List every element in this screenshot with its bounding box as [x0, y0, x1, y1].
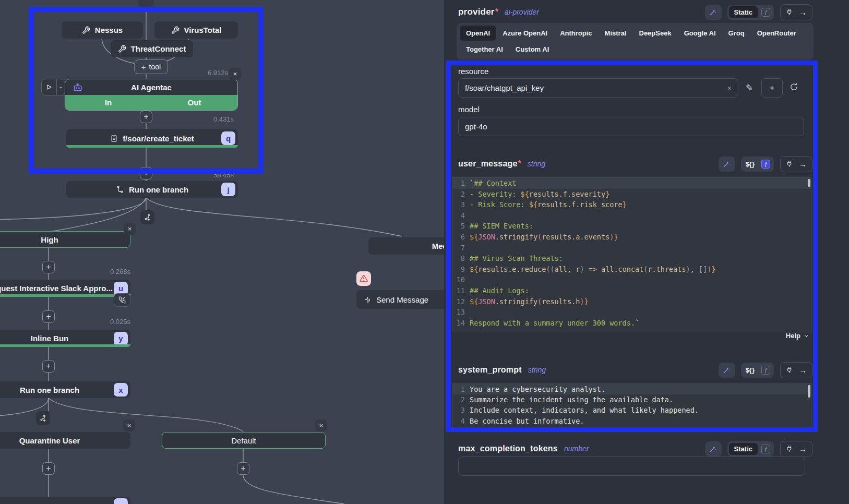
code-line[interactable]: 2- Severity: ${results.f.severity} — [452, 189, 811, 200]
template-expr-label[interactable]: ${} — [743, 366, 758, 374]
code-line[interactable]: 5## SIEM Events: — [452, 221, 811, 232]
clear-icon[interactable]: × — [727, 84, 732, 92]
code-token: ${ — [470, 296, 478, 307]
ai-assist-button[interactable] — [719, 157, 735, 172]
provider-tab-openrouter[interactable]: OpenRouter — [751, 26, 803, 41]
fn-icon[interactable]: f — [761, 8, 770, 17]
insert-step-button[interactable]: + — [42, 360, 55, 373]
line-number: 2 — [452, 189, 465, 200]
add-resource-button[interactable]: + — [761, 78, 783, 98]
connect-input-group[interactable]: → — [780, 156, 812, 172]
refresh-icon[interactable] — [790, 82, 798, 93]
node-bottom-partial[interactable] — [0, 497, 130, 504]
provider-tab-google-ai[interactable]: Google AI — [678, 26, 722, 41]
ai-assist-button[interactable] — [705, 441, 722, 457]
code-line[interactable]: 1You are a cybersecurity analyst. — [452, 384, 811, 394]
insert-step-button[interactable]: + — [42, 261, 55, 273]
node-branch-medium[interactable]: Medium — [368, 237, 444, 255]
node-run-one-branch-1[interactable]: Run one branch j — [66, 181, 238, 198]
template-expr-label[interactable]: ${} — [743, 160, 758, 168]
node-threatconnect[interactable]: ThreatConnect — [111, 40, 193, 57]
play-icon[interactable] — [42, 79, 57, 95]
code-line[interactable]: 13 — [452, 307, 811, 318]
provider-tab-deepseek[interactable]: DeepSeek — [633, 26, 678, 41]
insert-step-button[interactable]: + — [140, 111, 152, 123]
code-line[interactable]: 2Summarize the incident using the availa… — [452, 394, 811, 405]
code-line[interactable]: 12${JSON.stringify(results.h)} — [452, 296, 811, 307]
code-line[interactable]: 4 — [452, 210, 811, 221]
provider-tab-openai[interactable]: OpenAI — [460, 26, 496, 41]
insert-step-button[interactable]: + — [42, 462, 55, 475]
code-line[interactable]: 7 — [452, 243, 811, 254]
insert-step-button[interactable]: + — [140, 167, 152, 179]
resource-input[interactable]: f/soar/chatgpt_api_key × — [458, 78, 738, 98]
static-label[interactable]: Static — [729, 443, 758, 455]
fn-icon[interactable]: f — [761, 445, 770, 453]
close-icon[interactable]: × — [315, 419, 327, 431]
close-icon[interactable]: × — [229, 68, 241, 80]
flow-canvas[interactable]: Nessus VirusTotal ThreatConnect + tool 6… — [0, 0, 444, 504]
run-node-button[interactable] — [41, 79, 65, 95]
help-dropdown[interactable]: Help — [786, 332, 809, 340]
provider-tab-together-ai[interactable]: Together AI — [460, 42, 509, 57]
node-slack-approval[interactable]: Request Interactive Slack Appro... u — [0, 280, 130, 297]
add-branch-button[interactable] — [140, 210, 154, 224]
close-icon[interactable]: × — [124, 223, 136, 235]
editor-scrollbar[interactable] — [808, 385, 810, 398]
code-line[interactable]: 1`## Context — [452, 178, 811, 189]
provider-tab-groq[interactable]: Groq — [722, 26, 751, 41]
system-prompt-code-editor[interactable]: 1You are a cybersecurity analyst.2Summar… — [452, 383, 811, 427]
provider-tab-custom-ai[interactable]: Custom AI — [509, 42, 556, 57]
node-create-ticket[interactable]: f/soar/create_ticket q — [66, 129, 238, 148]
chevron-down-icon[interactable] — [57, 79, 65, 95]
connect-input-group[interactable]: → — [780, 441, 812, 457]
add-branch-button[interactable] — [36, 411, 50, 425]
fn-icon[interactable]: f — [761, 366, 770, 375]
expr-mode-toggle[interactable]: ${} f — [741, 363, 774, 378]
node-send-message[interactable]: Send Message — [356, 290, 444, 309]
close-icon[interactable]: × — [123, 419, 135, 431]
code-line[interactable]: 6${JSON.stringify(results.a.events)} — [452, 232, 811, 243]
code-line[interactable]: 14Respond with a summary under 300 words… — [452, 318, 811, 329]
code-line[interactable]: 3- Risk Score: ${results.f.risk_score} — [452, 199, 811, 210]
provider-tab-anthropic[interactable]: Anthropic — [554, 26, 598, 41]
insert-step-button[interactable]: + — [42, 310, 55, 323]
code-line[interactable]: 8## Virus Scan Threats: — [452, 253, 811, 264]
provider-tab-mistral[interactable]: Mistral — [599, 26, 633, 41]
static-label[interactable]: Static — [729, 6, 758, 18]
node-virustotal[interactable]: VirusTotal — [154, 21, 238, 39]
node-branch-default[interactable]: Default — [162, 432, 326, 449]
connect-input-group[interactable]: → — [780, 362, 812, 378]
connect-input-group[interactable]: → — [780, 4, 812, 20]
static-mode-toggle[interactable]: Static f — [727, 441, 774, 457]
node-quarantine-user[interactable]: Quarantine User — [0, 432, 130, 449]
code-line[interactable]: 9${results.e.reduce((all, r) => all.conc… — [452, 264, 811, 275]
code-line[interactable]: 11## Audit Logs: — [452, 285, 811, 296]
editor-scrollbar[interactable] — [808, 179, 810, 187]
model-input[interactable]: gpt-4o — [458, 117, 804, 136]
node-nessus[interactable]: Nessus — [62, 21, 143, 39]
pencil-icon[interactable]: ✎ — [746, 82, 753, 93]
agent-out-tab[interactable]: Out — [151, 95, 237, 110]
insert-step-button[interactable]: + — [237, 462, 249, 475]
node-run-one-branch-2[interactable]: Run one branch x — [0, 381, 130, 398]
max-tokens-input[interactable] — [458, 457, 805, 476]
static-mode-toggle[interactable]: Static f — [727, 5, 774, 20]
expr-mode-toggle[interactable]: ${} f — [741, 157, 774, 172]
node-ai-agent[interactable]: AI Agent ac In Out — [65, 79, 238, 111]
code-token: ## Audit Logs: — [470, 285, 529, 296]
node-branch-high[interactable]: High — [0, 231, 130, 248]
ai-assist-button[interactable] — [705, 5, 722, 20]
code-line[interactable]: 10 — [452, 274, 811, 285]
add-tool-button[interactable]: + tool — [134, 59, 168, 74]
code-token: , — [690, 264, 699, 275]
provider-tab-azure-openai[interactable]: Azure OpenAI — [496, 26, 554, 41]
fn-icon[interactable]: f — [761, 160, 770, 169]
phone-incoming-icon[interactable] — [114, 293, 130, 307]
node-inline-bun[interactable]: Inline Bun y — [0, 330, 130, 347]
user-message-code-editor[interactable]: 1`## Context2- Severity: ${results.f.sev… — [452, 177, 811, 332]
ai-assist-button[interactable] — [719, 363, 735, 378]
code-line[interactable]: 3Include context, indicators, and what l… — [452, 405, 811, 415]
code-line[interactable]: 4Be concise but informative. — [452, 416, 811, 426]
agent-in-tab[interactable]: In — [65, 95, 151, 110]
